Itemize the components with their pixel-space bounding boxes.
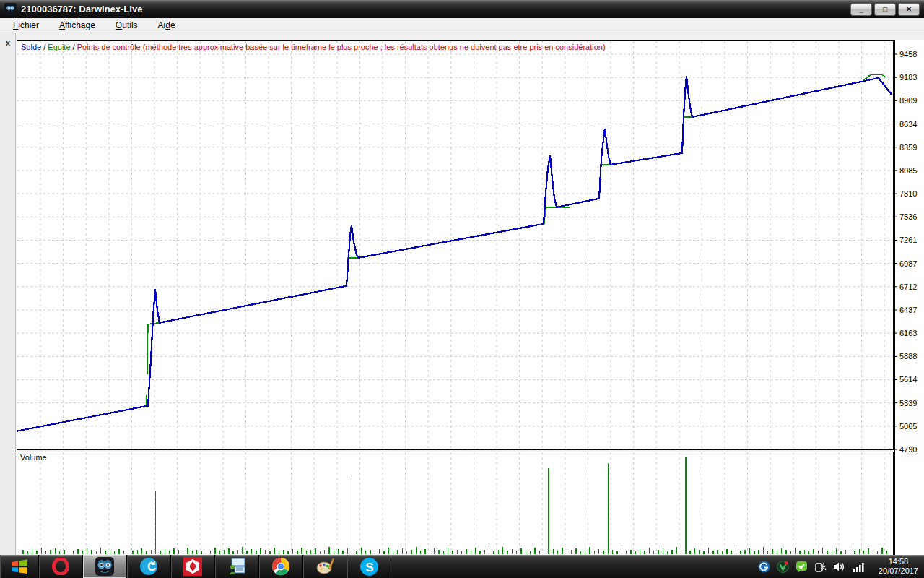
axis-label: 7261 [899,236,917,244]
green-check-icon[interactable] [796,561,808,573]
clock-date: 20/07/2017 [879,566,918,576]
axis-label: 7536 [899,212,917,221]
blue-c-icon: C [139,557,158,576]
legend-equite: Equité [48,43,70,51]
window-title: 2100036787: Darwinex-Live [21,4,848,14]
axis-label: 6712 [899,282,917,291]
paint-palette-icon [315,557,334,576]
axis-label: 8085 [899,166,917,175]
legend-separator: / [71,43,77,51]
taskbar-app-red[interactable] [171,555,215,578]
axis-label: 6987 [899,259,917,268]
balance-chart-panel[interactable]: Solde / Equité / Points de contrôle (mét… [17,40,894,450]
menu-outils[interactable]: Outils [108,19,145,32]
volume-panel[interactable]: Volume [17,452,894,555]
dock-strip: x [0,33,16,555]
taskbar-app-darwinex[interactable] [83,555,127,578]
shield-icon[interactable] [777,561,789,573]
axis-label: 8359 [899,143,917,152]
start-button[interactable] [0,555,39,578]
taskbar-app-skype[interactable]: S [347,555,391,578]
app-owl-icon [4,3,17,15]
axis-label: 8634 [899,120,917,129]
legend-separator: / [41,43,48,51]
taskbar-app-opera[interactable] [39,555,83,578]
close-button[interactable]: ✕ [898,3,920,16]
axis-label: 5339 [899,399,917,407]
legend-solde: Solde [21,43,41,51]
menu-affichage[interactable]: Affichage [52,19,103,32]
speaker-icon[interactable] [833,561,846,573]
volume-title: Volume [20,453,47,462]
red-emblem-icon [183,557,202,576]
axis-label: 9183 [899,73,917,82]
taskbar-app-script[interactable] [215,555,259,578]
menu-bar: Fichier Affichage Outils Aide [0,18,924,33]
axis-label: 6163 [899,329,917,337]
axis-label: 6437 [899,306,917,314]
windows-logo-icon [11,558,28,574]
darwinex-owl-icon [95,556,115,577]
blue-g-icon[interactable] [758,561,770,573]
axis-label: 5888 [899,352,917,361]
price-axis[interactable]: 9458918389098634835980857810753672616987… [894,40,924,555]
clock-time: 14:58 [879,557,918,566]
title-bar: 2100036787: Darwinex-Live _ □ ✕ [0,0,924,18]
panel-close-icon[interactable]: x [3,38,13,48]
price-axis-scale[interactable]: 9458918389098634835980857810753672616987… [894,40,924,555]
axis-label: 9458 [899,50,917,59]
taskbar: C [0,555,924,578]
desktop: 2100036787: Darwinex-Live _ □ ✕ Fichier … [0,0,924,578]
balance-line [17,76,892,431]
taskbar-app-paint[interactable] [303,555,347,578]
taskbar-app-blue-c[interactable]: C [127,555,171,578]
axis-label: 4790 [899,445,917,454]
axis-label: 5614 [899,375,917,384]
taskbar-app-chrome[interactable] [259,555,303,578]
chrome-icon [271,557,290,576]
script-windows-icon [227,557,246,576]
system-tray: 14:58 20/07/2017 [758,555,924,578]
svg-text:S: S [365,560,373,574]
axis-label: 8909 [899,96,917,105]
axis-label: 5065 [899,422,917,431]
network-signal-icon[interactable] [853,561,866,573]
menu-aide[interactable]: Aide [151,19,183,32]
minimize-button[interactable]: _ [850,3,872,16]
legend-controle: Points de contrôle (méthode tres approxi… [77,43,606,51]
equity-line [544,207,570,224]
volume-plot[interactable] [17,452,893,554]
maximize-button[interactable]: □ [874,3,896,16]
menu-fichier[interactable]: Fichier [6,19,46,32]
balance-plot[interactable] [17,41,893,449]
skype-icon: S [359,557,379,577]
tray-clock[interactable]: 14:58 20/07/2017 [873,557,918,576]
power-plug-icon[interactable] [814,561,827,573]
axis-label: 7810 [899,189,917,198]
chart-legend: Solde / Equité / Points de contrôle (mét… [21,43,606,51]
opera-icon [52,558,69,575]
